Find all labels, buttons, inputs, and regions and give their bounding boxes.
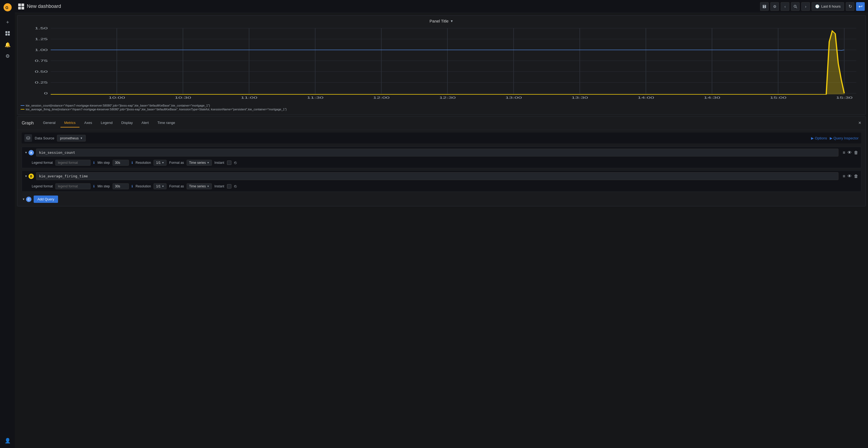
legend-text-1: kie_session_count{instance="rhpam7-mortg… (26, 104, 210, 107)
query-a-resolution-value: 1/1 (156, 161, 161, 165)
svg-text:0.50: 0.50 (35, 70, 48, 73)
query-a-collapse[interactable]: ▼ A (25, 150, 34, 155)
svg-marker-46 (826, 31, 844, 94)
settings-icon[interactable]: ⚙ (2, 51, 13, 61)
query-b-hamburger-icon[interactable]: ≡ (843, 174, 845, 179)
svg-text:1.25: 1.25 (35, 37, 48, 41)
query-a-letter: A (29, 150, 34, 155)
query-a-format-select[interactable]: Time series ▼ (187, 160, 212, 166)
svg-text:12:00: 12:00 (373, 96, 390, 99)
query-a-delete-icon[interactable]: 🗑 (854, 150, 858, 155)
tab-axes[interactable]: Axes (81, 119, 96, 127)
query-b-resolution-value: 1/1 (156, 184, 161, 188)
refresh-button[interactable]: ↻ (846, 2, 855, 11)
svg-text:11:00: 11:00 (241, 96, 257, 99)
add-panel-icon[interactable]: ＋ (2, 17, 13, 27)
query-b-legend-input[interactable] (55, 183, 91, 189)
svg-text:0: 0 (44, 92, 48, 95)
query-b-instant-checkbox[interactable] (227, 184, 231, 189)
query-b-options: Legend format ℹ Min step ℹ Resolution 1/… (22, 182, 861, 191)
query-b-legend-info-icon[interactable]: ℹ (93, 184, 95, 188)
query-a-eye-icon[interactable]: 👁 (847, 150, 852, 155)
close-editor-button[interactable]: × (858, 120, 861, 126)
alerts-icon[interactable]: 🔔 (2, 40, 13, 50)
query-b-minstep-info-icon[interactable]: ℹ (131, 184, 133, 188)
save-dashboard-button[interactable] (760, 2, 769, 11)
query-section: Data Source prometheus ▼ ▶ Options ▶ Que… (18, 130, 866, 206)
chart-title-row: Panel Title ▼ (21, 19, 862, 23)
query-b-eye-icon[interactable]: 👁 (847, 174, 852, 179)
zoom-in-button[interactable]: › (801, 2, 810, 11)
add-query-button[interactable]: Add Query (34, 195, 58, 203)
query-b-minstep-label: Min step (97, 184, 110, 188)
query-inspector-button[interactable]: ▶ Query Inspector (830, 136, 859, 140)
settings-button[interactable]: ⚙ (770, 2, 779, 11)
datasource-value: prometheus (60, 136, 79, 140)
topnav-actions: ⚙ ‹ › 🕐 Last 6 hours ↻ ↩ (760, 2, 865, 11)
datasource-select[interactable]: prometheus ▼ (57, 135, 86, 141)
legend-color-2 (21, 109, 24, 109)
query-a-resolution-select[interactable]: 1/1 ▼ (154, 160, 166, 166)
query-c-collapse: ▼ C (22, 197, 31, 202)
query-b-format-select[interactable]: Time series ▼ (187, 183, 212, 189)
query-b-minstep-input[interactable] (113, 183, 129, 189)
chart-legend: kie_session_count{instance="rhpam7-mortg… (21, 104, 862, 111)
tab-alert[interactable]: Alert (138, 119, 153, 127)
query-a-arrow: ▼ (25, 151, 27, 154)
query-a-input[interactable] (36, 149, 838, 157)
zoom-button[interactable] (791, 2, 800, 11)
legend-text-2: kie_average_firing_time{instance="rhpam7… (26, 108, 287, 111)
query-row-b: ▼ B ≡ 👁 🗑 Legend format ℹ (22, 170, 861, 192)
svg-point-47 (27, 137, 30, 138)
time-range-label: Last 6 hours (821, 4, 841, 8)
chart-title-dropdown-icon[interactable]: ▼ (450, 19, 454, 23)
query-a-legend-info-icon[interactable]: ℹ (93, 161, 95, 165)
query-a-resolution-arrow: ▼ (162, 161, 164, 164)
dashboard-title: New dashboard (27, 3, 61, 9)
datasource-bar: Data Source prometheus ▼ ▶ Options ▶ Que… (22, 133, 861, 143)
query-a-hamburger-icon[interactable]: ≡ (843, 150, 845, 155)
tab-display[interactable]: Display (118, 119, 137, 127)
query-a-minstep-input[interactable] (113, 160, 129, 166)
query-b-link-icon[interactable]: ⎋ (234, 184, 237, 189)
svg-text:14:30: 14:30 (704, 96, 720, 99)
tab-metrics[interactable]: Metrics (61, 119, 80, 127)
query-b-delete-icon[interactable]: 🗑 (854, 174, 858, 179)
tab-general[interactable]: General (39, 119, 59, 127)
svg-rect-2 (5, 31, 7, 33)
query-a-format-label: Format as (169, 161, 184, 165)
grafana-logo[interactable]: G (2, 2, 13, 12)
query-a-minstep-info-icon[interactable]: ℹ (131, 161, 133, 165)
legend-item-1: kie_session_count{instance="rhpam7-mortg… (21, 104, 862, 107)
back-button[interactable]: ↩ (856, 2, 865, 11)
zoom-out-button[interactable]: ‹ (781, 2, 789, 11)
svg-text:10:00: 10:00 (108, 96, 125, 99)
query-b-collapse[interactable]: ▼ B (25, 173, 34, 179)
svg-text:14:00: 14:00 (638, 96, 654, 99)
query-row-a-header: ▼ A ≡ 👁 🗑 (22, 147, 861, 158)
query-a-legend-input[interactable] (55, 160, 91, 166)
query-c-letter: C (26, 197, 31, 202)
query-b-resolution-select[interactable]: 1/1 ▼ (154, 183, 166, 189)
svg-text:13:00: 13:00 (505, 96, 522, 99)
query-a-icons: ≡ 👁 🗑 (843, 150, 858, 155)
tab-time-range[interactable]: Time range (154, 119, 179, 127)
svg-text:15:00: 15:00 (770, 96, 786, 99)
query-a-instant-checkbox[interactable] (227, 161, 231, 165)
options-button[interactable]: ▶ Options (811, 136, 827, 140)
time-range-button[interactable]: 🕐 Last 6 hours (812, 2, 844, 11)
query-b-input[interactable] (36, 172, 838, 180)
chart-area: 1.50 1.25 1.00 0.75 0.50 0.25 0 10:00 10… (21, 26, 862, 102)
query-row-a: ▼ A ≡ 👁 🗑 Legend format ℹ (22, 147, 861, 168)
query-b-format-label: Format as (169, 184, 184, 188)
datasource-icon (24, 134, 32, 142)
legend-color-1 (21, 105, 24, 106)
query-a-link-icon[interactable]: ⎋ (234, 160, 237, 165)
tab-legend[interactable]: Legend (97, 119, 116, 127)
svg-text:G: G (5, 5, 8, 10)
dashboards-icon[interactable] (2, 28, 13, 38)
query-a-format-arrow: ▼ (207, 161, 209, 164)
svg-rect-5 (8, 34, 10, 35)
profile-icon[interactable]: 👤 (2, 436, 13, 446)
chart-title: Panel Title (430, 19, 448, 23)
